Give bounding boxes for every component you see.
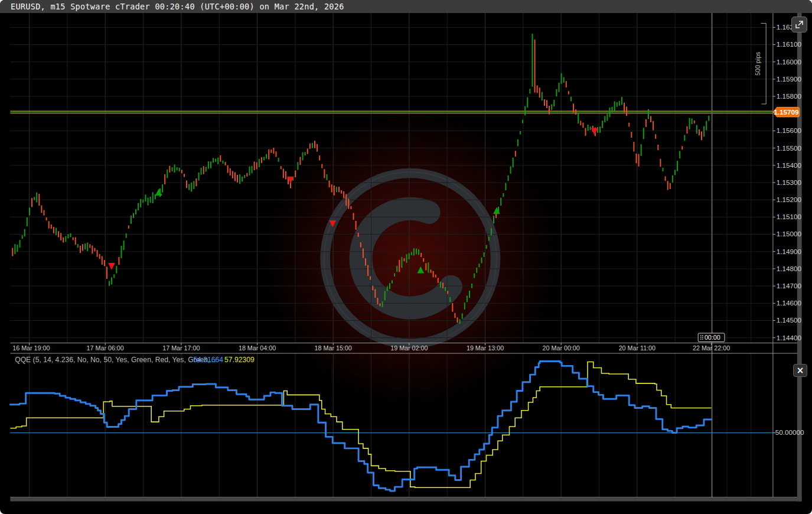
qqe-yellow-value: 57.92309 [224,356,255,364]
qqe-indicator-title[interactable]: QQE (5, 14, 4.236, No, No, 50, Yes, Gree… [15,356,216,364]
current-price-tag-text: 1.15709 [774,108,799,116]
grip-dots-icon [700,337,702,338]
detach-icon [794,19,804,30]
price-axis-label: 1.15200 [777,196,802,203]
time-axis-label: 19 Mar 02:00 [390,344,428,352]
watermark-glow [263,112,557,405]
detach-chart-button[interactable] [791,17,807,32]
close-indicator-button[interactable]: × [793,364,807,377]
price-axis-label: 1.15400 [777,161,802,169]
grip-dots-icon [702,335,703,336]
price-axis-label: 1.15000 [777,230,802,238]
time-axis-label: 18 Mar 15:00 [315,344,352,352]
price-axis-label: 1.15800 [777,92,802,100]
grip-dots-icon [700,335,702,336]
price-axis-label: 1.16100 [777,40,802,48]
price-axis-label: 1.15100 [777,213,802,220]
grip-dots-icon [702,339,703,340]
time-axis-label: 22 Mar 22:00 [693,344,730,352]
time-axis-label: 19 Mar 13:00 [467,344,504,352]
price-axis-label: 1.15900 [777,75,802,83]
price-axis-label: 1.15500 [777,144,802,152]
window-titlebar[interactable]: EURUSD, m15 Spotware cTrader 00:20:40 (U… [0,0,812,13]
window-frame-bottom [10,498,801,502]
grip-dots-icon [700,339,702,340]
qqe-level-label: 50.00000 [775,428,804,436]
chart-canvas[interactable]: 00:0016 Mar 19:0017 Mar 06:0017 Mar 17:0… [0,13,812,514]
price-axis-label: 1.15300 [777,178,802,186]
price-axis-label: 1.14700 [777,282,802,289]
time-axis-label: 20 Mar 00:00 [543,344,580,352]
ctrader-window: EURUSD, m15 Spotware cTrader 00:20:40 (U… [0,0,812,514]
time-axis-label: 17 Mar 06:00 [87,344,124,352]
time-cursor-label: 00:00 [705,334,720,341]
price-axis-label: 1.14800 [777,265,802,272]
time-axis-label: 20 Mar 11:00 [619,344,656,352]
time-axis-label: 18 Mar 04:00 [239,344,276,352]
grip-dots-icon [702,337,703,338]
price-axis-label: 1.14900 [777,248,802,255]
pip-scale-label: 500 pips [754,52,761,76]
price-axis-label: 1.16000 [777,58,802,66]
time-axis-label: 17 Mar 17:00 [162,344,200,352]
chart-title: EURUSD, m15 Spotware cTrader 00:20:40 (U… [11,2,344,11]
price-axis-label: 1.14400 [777,334,802,341]
qqe-blue-value: 54.31664 [193,356,223,364]
price-axis-label: 1.14600 [777,299,802,307]
price-axis-label: 1.15600 [777,126,802,134]
price-axis-label: 1.14500 [777,316,802,324]
time-axis-label: 16 Mar 19:00 [12,344,50,352]
